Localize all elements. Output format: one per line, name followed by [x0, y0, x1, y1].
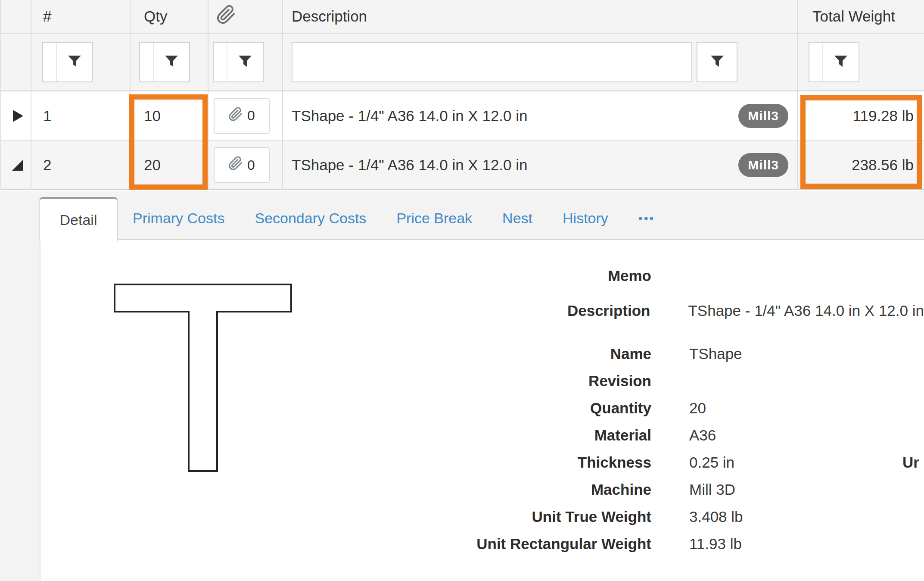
- field-value: 3.408 lb: [689, 508, 743, 525]
- attachment-count: 0: [247, 108, 255, 124]
- row1-number-cell: 1: [31, 91, 131, 141]
- field-label: Memo: [0, 267, 651, 284]
- machine-badge: Mill3: [738, 153, 788, 177]
- qty-filter-funnel-button[interactable]: [154, 43, 189, 81]
- row-number: 1: [43, 107, 51, 125]
- tab-price-break[interactable]: Price Break: [396, 210, 472, 227]
- number-filter-editor: [42, 42, 93, 82]
- number-filter-input[interactable]: [43, 43, 57, 81]
- paperclip-icon: [228, 107, 243, 125]
- funnel-icon: [238, 55, 252, 69]
- form-row-unit-true-weight: Unit True Weight 3.408 lb: [0, 503, 924, 530]
- description-text: TShape - 1/4" A36 14.0 in X 12.0 in: [292, 156, 528, 174]
- filter-total-weight-cell: [798, 34, 924, 91]
- field-label: Name: [0, 345, 651, 362]
- header-number[interactable]: #: [31, 0, 131, 34]
- header-qty-label: Qty: [144, 8, 167, 25]
- description-filter-funnel-button[interactable]: [697, 42, 737, 82]
- field-label: Unit True Weight: [0, 508, 651, 525]
- attachments-filter-funnel-button[interactable]: [227, 43, 263, 81]
- attachments-filter-input[interactable]: [214, 43, 227, 81]
- row2-expander-cell: [1, 141, 31, 190]
- field-value: 11.93 lb: [689, 535, 742, 553]
- qty-filter-editor: [139, 42, 190, 82]
- header-total-weight-label: Total Weight: [812, 8, 895, 25]
- clipped-label: Ur: [902, 449, 919, 476]
- field-label: Description: [0, 302, 650, 319]
- form-row-revision: Revision: [0, 367, 924, 394]
- tab-detail[interactable]: Detail: [39, 197, 118, 241]
- expand-arrow-icon[interactable]: [13, 110, 23, 122]
- row2-attachments-cell: 0: [208, 141, 283, 190]
- attachments-button[interactable]: 0: [214, 98, 270, 134]
- total-weight-filter-funnel-button[interactable]: [823, 43, 859, 81]
- description-text: TShape - 1/4" A36 14.0 in X 12.0 in: [292, 107, 528, 125]
- row2-qty-cell: 20: [131, 141, 208, 190]
- machine-badge: Mill3: [738, 104, 788, 128]
- row1-description-cell: TShape - 1/4" A36 14.0 in X 12.0 in Mill…: [283, 91, 798, 141]
- form-row-material: Material A36: [0, 422, 924, 449]
- parts-grid: # Qty Description Total Weight: [0, 0, 924, 190]
- form-row-machine: Machine Mill 3D: [0, 476, 924, 503]
- tab-detail-label: Detail: [60, 212, 97, 228]
- header-expander: [1, 0, 31, 34]
- row1-expander-cell: [1, 91, 31, 141]
- header-number-label: #: [43, 8, 51, 25]
- field-label: Quantity: [0, 400, 651, 417]
- filter-number-cell: [31, 34, 131, 91]
- row2-description-cell: TShape - 1/4" A36 14.0 in X 12.0 in Mill…: [283, 141, 798, 190]
- tab-primary-costs[interactable]: Primary Costs: [133, 210, 224, 227]
- field-label: Material: [0, 427, 651, 444]
- tab-history[interactable]: History: [563, 210, 608, 227]
- header-total-weight[interactable]: Total Weight: [798, 0, 924, 34]
- attachment-count: 0: [247, 157, 255, 173]
- row1-attachments-cell: 0: [208, 91, 283, 141]
- qty-value: 20: [144, 156, 161, 174]
- row1-qty-cell: 10: [131, 91, 208, 141]
- filter-expander-cell: [1, 34, 31, 91]
- total-weight-filter-input[interactable]: [809, 43, 823, 81]
- estimating-screen: # Qty Description Total Weight: [0, 0, 924, 581]
- field-label: Machine: [0, 481, 651, 498]
- total-weight-value: 238.56 lb: [852, 156, 914, 174]
- field-value: TShape: [689, 345, 742, 362]
- table-row-2[interactable]: 2 20 0 TShape - 1/4" A36 14.0 in X 12.0 …: [1, 141, 924, 190]
- row-number: 2: [43, 156, 51, 174]
- field-value: Mill 3D: [689, 481, 735, 498]
- number-filter-funnel-button[interactable]: [57, 43, 92, 81]
- field-label: Thickness: [0, 454, 651, 471]
- header-attachments[interactable]: [208, 0, 283, 34]
- tab-nest[interactable]: Nest: [502, 210, 532, 227]
- qty-filter-input[interactable]: [140, 43, 154, 81]
- detail-form: Memo Description TShape - 1/4" A36 14.0 …: [0, 262, 924, 557]
- attachments-button[interactable]: 0: [214, 147, 270, 183]
- qty-value: 10: [144, 107, 161, 125]
- description-filter-input[interactable]: [292, 42, 692, 82]
- total-weight-filter-editor: [809, 42, 859, 82]
- tab-overflow-ellipsis-icon[interactable]: •••: [638, 212, 655, 225]
- funnel-icon: [67, 55, 82, 69]
- field-value: A36: [689, 427, 716, 444]
- paperclip-icon: [216, 5, 236, 28]
- attachments-filter-editor: [213, 42, 264, 82]
- field-label: Unit Rectangular Weight: [0, 535, 651, 553]
- field-label: Revision: [0, 372, 651, 390]
- paperclip-icon: [228, 156, 243, 174]
- grid-filter-row: [1, 34, 924, 91]
- funnel-icon: [164, 55, 179, 69]
- tab-strip: Primary Costs Secondary Costs Price Brea…: [133, 197, 655, 240]
- table-row-1[interactable]: 1 10 0 TShape - 1/4" A36 14.0 in X 12.0 …: [1, 91, 924, 141]
- field-value: TShape - 1/4" A36 14.0 in X 12.0 in: [688, 302, 924, 319]
- header-description[interactable]: Description: [283, 0, 798, 34]
- field-value: 20: [689, 400, 706, 417]
- header-description-label: Description: [292, 8, 367, 25]
- form-row-memo: Memo: [0, 262, 924, 289]
- form-row-name: Name TShape: [0, 340, 924, 367]
- row1-total-weight-cell: 119.28 lb: [798, 91, 924, 141]
- header-qty[interactable]: Qty: [131, 0, 208, 34]
- field-value: 0.25 in: [689, 454, 734, 471]
- tab-secondary-costs[interactable]: Secondary Costs: [255, 210, 366, 227]
- row2-total-weight-cell: 238.56 lb: [798, 141, 924, 190]
- collapse-arrow-icon[interactable]: [12, 159, 23, 171]
- form-row-description: Description TShape - 1/4" A36 14.0 in X …: [0, 297, 924, 324]
